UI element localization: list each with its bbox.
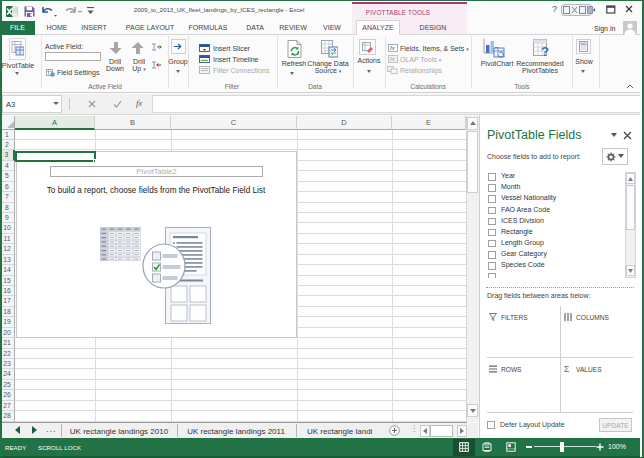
svg-text:?: ?: [541, 44, 549, 58]
